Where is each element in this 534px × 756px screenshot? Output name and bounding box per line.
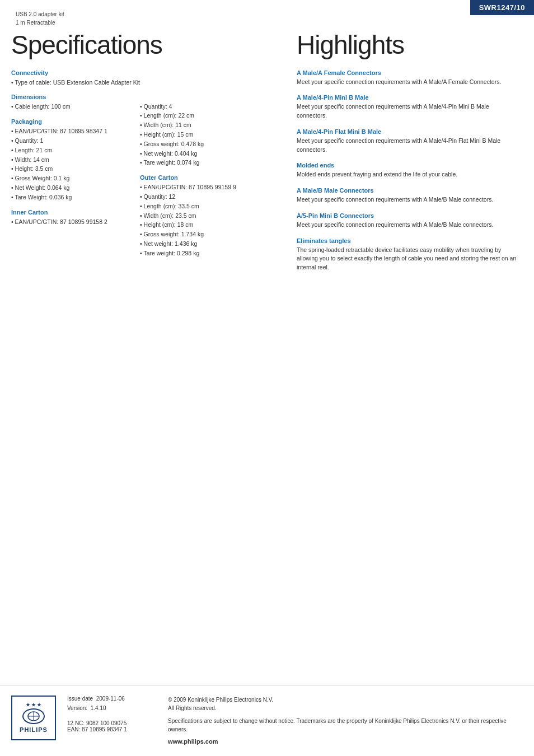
philips-emblem	[22, 708, 45, 724]
issue-date-label: Issue date	[67, 696, 93, 702]
highlights-title: Highlights	[297, 31, 521, 59]
copyright-text: © 2009 Koninklijke Philips Electronics N…	[168, 696, 523, 704]
packaging-item-5: Gross Weight: 0.1 kg	[11, 174, 140, 183]
highlight-text-0: Meet your specific connection requiremen…	[297, 78, 521, 87]
highlight-item-6: Eliminates tangles The spring-loaded ret…	[297, 237, 521, 272]
dimensions-item-0: Cable length: 100 cm	[11, 102, 140, 111]
specs-col-left: Connectivity Type of cable: USB Extensio…	[11, 69, 140, 265]
highlight-text-5: Meet your specific connection requiremen…	[297, 221, 521, 230]
outer-carton-item-0: EAN/UPC/GTIN: 87 10895 99159 9	[140, 183, 274, 192]
inner-carton-title: Inner Carton	[11, 209, 140, 216]
specs-columns: Connectivity Type of cable: USB Extensio…	[11, 69, 274, 265]
highlight-title-0: A Male/A Female Connectors	[297, 69, 521, 76]
inner-carton-right-item-6: Tare weight: 0.074 kg	[140, 158, 274, 167]
outer-carton-item-6: Net weight: 1.436 kg	[140, 239, 274, 249]
spec-inner-carton-right: Quantity: 4 Length (cm): 22 cm Width (cm…	[140, 102, 274, 168]
connectivity-item-0: Type of cable: USB Extension Cable Adapt…	[11, 78, 140, 87]
highlight-text-3: Molded ends prevent fraying and extend t…	[297, 170, 521, 179]
inner-carton-item-0: EAN/UPC/GTIN: 87 10895 99158 2	[11, 217, 140, 227]
packaging-item-7: Tare Weight: 0.036 kg	[11, 193, 140, 202]
outer-carton-item-5: Gross weight: 1.734 kg	[140, 230, 274, 239]
connectivity-title: Connectivity	[11, 69, 140, 76]
product-code-bar: SWR1247/10	[470, 0, 534, 15]
highlight-title-4: A Male/B Male Connectors	[297, 187, 521, 194]
spec-dimensions: Dimensions Cable length: 100 cm	[11, 94, 140, 111]
spec-inner-carton: Inner Carton EAN/UPC/GTIN: 87 10895 9915…	[11, 209, 140, 227]
website-link[interactable]: www.philips.com	[168, 737, 523, 746]
version-label: Version:	[67, 705, 87, 711]
packaging-item-4: Height: 3.5 cm	[11, 164, 140, 174]
packaging-title: Packaging	[11, 118, 140, 125]
packaging-item-3: Width: 14 cm	[11, 155, 140, 165]
philips-shield-icon	[27, 711, 40, 722]
highlight-item-4: A Male/B Male Connectors Meet your speci…	[297, 187, 521, 204]
right-column: Highlights A Male/A Female Connectors Me…	[285, 31, 521, 280]
philips-star-1	[26, 703, 30, 707]
highlight-title-3: Molded ends	[297, 162, 521, 169]
spec-packaging: Packaging EAN/UPC/GTIN: 87 10895 98347 1…	[11, 118, 140, 202]
highlight-title-5: A/5-Pin Mini B Connectors	[297, 212, 521, 219]
highlight-item-3: Molded ends Molded ends prevent fraying …	[297, 162, 521, 179]
outer-carton-item-1: Quantity: 12	[140, 192, 274, 202]
philips-logo: PHILIPS	[11, 696, 56, 740]
nc-value: 12 NC: 9082 100 09075	[67, 720, 157, 726]
highlight-item-0: A Male/A Female Connectors Meet your spe…	[297, 69, 521, 87]
highlight-text-6: The spring-loaded retractable device fac…	[297, 246, 521, 272]
version-value: 1.4.10	[91, 705, 106, 711]
page-title: Specifications	[11, 31, 274, 59]
outer-carton-item-7: Tare weight: 0.298 kg	[140, 249, 274, 258]
spec-connectivity: Connectivity Type of cable: USB Extensio…	[11, 69, 140, 87]
outer-carton-item-2: Length (cm): 33.5 cm	[140, 202, 274, 211]
highlight-text-1: Meet your specific connection requiremen…	[297, 102, 521, 120]
highlight-item-5: A/5-Pin Mini B Connectors Meet your spec…	[297, 212, 521, 230]
inner-carton-right-item-3: Height (cm): 15 cm	[140, 130, 274, 139]
version-row: Version: 1.4.10	[67, 705, 157, 711]
highlight-text-4: Meet your specific connection requiremen…	[297, 195, 521, 204]
packaging-item-1: Quantity: 1	[11, 136, 140, 146]
nc-row: 12 NC: 9082 100 09075 EAN: 87 10895 9834…	[67, 720, 157, 732]
inner-carton-right-item-0: Quantity: 4	[140, 102, 274, 111]
left-column: Specifications Connectivity Type of cabl…	[11, 31, 285, 280]
philips-logo-text: PHILIPS	[20, 726, 48, 733]
rights-text: All Rights reserved.	[168, 704, 523, 712]
legal-text: Specifications are subject to change wit…	[168, 717, 523, 734]
spec-outer-carton: Outer Carton EAN/UPC/GTIN: 87 10895 9915…	[140, 174, 274, 258]
inner-carton-right-item-1: Length (cm): 22 cm	[140, 111, 274, 120]
highlight-item-2: A Male/4-Pin Flat Mini B Male Meet your …	[297, 128, 521, 155]
product-name: USB 2.0 adapter kit	[16, 10, 64, 18]
philips-stars	[26, 703, 41, 707]
issue-date-row: Issue date 2009-11-06	[67, 696, 157, 702]
ean-value: EAN: 87 10895 98347 1	[67, 726, 157, 732]
footer-info: Issue date 2009-11-06 Version: 1.4.10 12…	[67, 696, 157, 732]
highlight-title-2: A Male/4-Pin Flat Mini B Male	[297, 128, 521, 135]
outer-carton-item-4: Height (cm): 18 cm	[140, 220, 274, 230]
outer-carton-title: Outer Carton	[140, 174, 274, 181]
philips-star-2	[31, 703, 36, 707]
highlight-item-1: A Male/4-Pin Mini B Male Meet your speci…	[297, 94, 521, 120]
product-info: USB 2.0 adapter kit 1 m Retractable	[16, 10, 64, 27]
highlight-title-1: A Male/4-Pin Mini B Male	[297, 94, 521, 101]
product-subtitle: 1 m Retractable	[16, 18, 64, 27]
specs-col-right: Quantity: 4 Length (cm): 22 cm Width (cm…	[140, 69, 274, 265]
packaging-item-2: Length: 21 cm	[11, 146, 140, 155]
dimensions-title: Dimensions	[11, 94, 140, 100]
packaging-item-6: Net Weight: 0.064 kg	[11, 183, 140, 193]
inner-carton-right-item-5: Net weight: 0.404 kg	[140, 149, 274, 158]
highlight-title-6: Eliminates tangles	[297, 237, 521, 244]
footer-legal: © 2009 Koninklijke Philips Electronics N…	[168, 696, 523, 746]
main-container: Specifications Connectivity Type of cabl…	[0, 0, 534, 280]
footer: PHILIPS Issue date 2009-11-06 Version: 1…	[0, 685, 534, 757]
packaging-item-0: EAN/UPC/GTIN: 87 10895 98347 1	[11, 127, 140, 136]
highlight-text-2: Meet your specific connection requiremen…	[297, 137, 521, 155]
issue-date-value: 2009-11-06	[96, 696, 125, 702]
inner-carton-right-item-4: Gross weight: 0.478 kg	[140, 139, 274, 149]
outer-carton-item-3: Width (cm): 23.5 cm	[140, 211, 274, 221]
inner-carton-right-item-2: Width (cm): 11 cm	[140, 120, 274, 130]
philips-star-3	[37, 703, 41, 707]
